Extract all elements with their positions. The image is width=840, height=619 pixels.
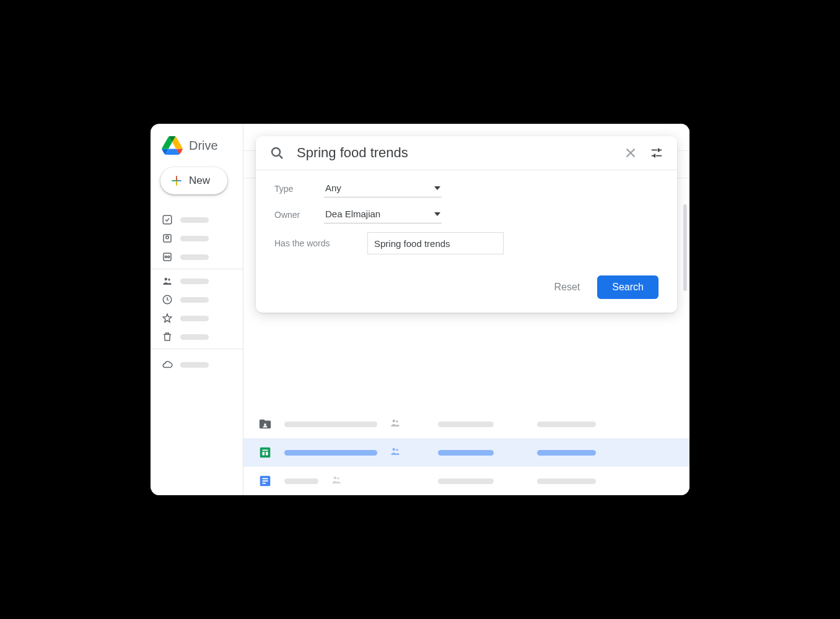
trash-icon <box>162 331 173 342</box>
filter-type-row: Type Any <box>274 180 658 197</box>
people-icon <box>390 446 401 459</box>
sidebar-item-shared-drives[interactable] <box>151 248 243 266</box>
star-icon <box>162 313 173 324</box>
sidebar-item-my-drive[interactable] <box>151 229 243 248</box>
close-icon[interactable] <box>624 146 637 160</box>
svg-point-10 <box>393 420 396 423</box>
shared-icon <box>162 275 173 287</box>
clock-icon <box>162 294 173 305</box>
tune-icon[interactable] <box>650 146 663 160</box>
shared-drives-icon <box>162 251 173 262</box>
filter-words-row: Has the words <box>274 232 658 254</box>
nav-group-2 <box>151 269 243 349</box>
drive-logo-icon <box>162 136 183 155</box>
sidebar-item-recent[interactable] <box>151 290 243 309</box>
svg-rect-16 <box>262 478 268 479</box>
search-button[interactable]: Search <box>597 275 658 299</box>
svg-point-13 <box>393 448 396 451</box>
svg-point-9 <box>264 423 266 426</box>
svg-point-11 <box>396 420 398 422</box>
people-icon <box>331 474 342 488</box>
file-row-folder[interactable] <box>243 410 689 438</box>
svg-point-21 <box>272 148 280 156</box>
svg-point-20 <box>337 477 339 479</box>
owner-label: Owner <box>274 210 324 220</box>
sidebar-item-priority[interactable] <box>151 210 243 229</box>
reset-button[interactable]: Reset <box>546 275 589 299</box>
nav-group-1 <box>151 208 243 269</box>
type-value: Any <box>325 183 341 193</box>
has-the-words-input[interactable] <box>367 232 504 254</box>
sidebar-item-starred[interactable] <box>151 309 243 327</box>
chevron-down-icon <box>434 186 440 190</box>
svg-rect-12 <box>260 448 271 458</box>
folder-shared-icon <box>258 417 272 431</box>
svg-point-4 <box>165 256 167 258</box>
svg-point-14 <box>396 449 398 451</box>
priority-icon <box>162 214 173 225</box>
sidebar-item-storage[interactable] <box>151 355 243 374</box>
owner-value: Dea Elmajian <box>325 209 380 219</box>
type-label: Type <box>274 184 324 194</box>
sidebar-item-trash[interactable] <box>151 327 243 346</box>
plus-icon <box>170 175 183 187</box>
svg-point-6 <box>165 278 168 281</box>
file-row-sheets[interactable] <box>243 438 689 467</box>
drive-window: Drive New <box>151 124 689 495</box>
words-label: Has the words <box>274 238 367 248</box>
svg-rect-0 <box>163 215 172 224</box>
cloud-icon <box>162 359 173 370</box>
new-button-label: New <box>189 175 210 187</box>
my-drive-icon <box>162 233 173 244</box>
search-filters: Type Any Owner Dea Elmajian Has the word… <box>256 170 677 273</box>
svg-rect-17 <box>262 480 268 482</box>
advanced-search-panel: Type Any Owner Dea Elmajian Has the word… <box>256 136 677 313</box>
search-icon <box>269 145 284 160</box>
product-name: Drive <box>189 139 218 153</box>
svg-rect-18 <box>262 483 266 484</box>
docs-icon <box>258 474 272 488</box>
type-dropdown[interactable]: Any <box>324 180 442 197</box>
search-actions: Reset Search <box>256 273 677 313</box>
new-button[interactable]: New <box>160 167 227 194</box>
filter-owner-row: Owner Dea Elmajian <box>274 206 658 223</box>
nav-group-3 <box>151 349 243 376</box>
svg-point-7 <box>168 279 170 280</box>
svg-point-5 <box>168 256 170 258</box>
search-input[interactable] <box>297 145 611 161</box>
owner-dropdown[interactable]: Dea Elmajian <box>324 206 442 223</box>
chevron-down-icon <box>434 212 440 216</box>
sidebar: Drive New <box>151 124 243 495</box>
sidebar-item-shared[interactable] <box>151 272 243 290</box>
people-icon <box>390 417 401 431</box>
sheets-icon <box>258 446 272 459</box>
drive-logo-row[interactable]: Drive <box>151 132 243 167</box>
search-bar <box>256 136 677 170</box>
file-row-docs[interactable] <box>243 467 689 495</box>
svg-point-19 <box>334 477 337 480</box>
scrollbar[interactable] <box>683 204 687 291</box>
svg-point-2 <box>166 236 169 239</box>
